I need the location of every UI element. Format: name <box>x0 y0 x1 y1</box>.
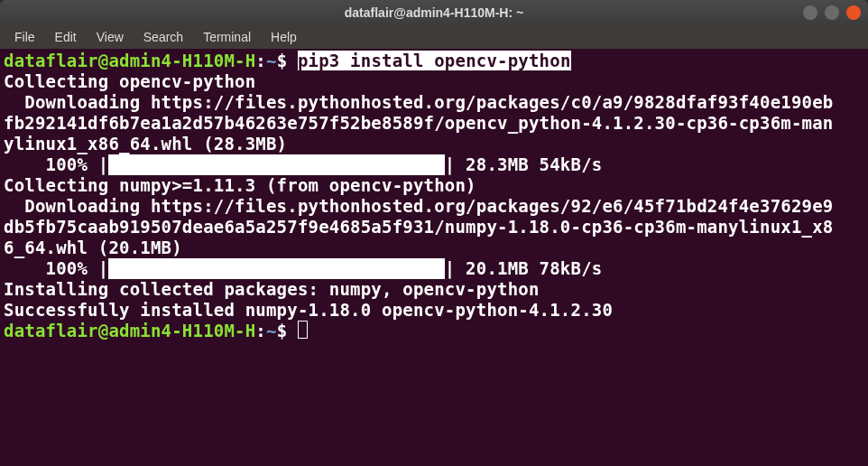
progress-suffix: | 28.3MB 54kB/s <box>445 154 613 174</box>
progress-bar <box>108 258 444 279</box>
output-line: Downloading https://files.pythonhosted.o… <box>4 92 833 112</box>
window-title: dataflair@admin4-H110M-H: ~ <box>345 5 523 20</box>
output-line: ylinux1_x86_64.whl (28.3MB) <box>4 134 287 154</box>
terminal-content[interactable]: dataflair@admin4-H110M-H:~$ pip3 install… <box>0 49 868 466</box>
menu-file[interactable]: File <box>5 28 44 46</box>
menu-edit[interactable]: Edit <box>46 28 86 46</box>
maximize-button[interactable] <box>825 5 839 20</box>
prompt-user-host: dataflair@admin4-H110M-H <box>4 321 255 340</box>
menubar: File Edit View Search Terminal Help <box>0 25 868 49</box>
prompt-colon: : <box>255 51 266 70</box>
prompt-colon: : <box>255 321 266 340</box>
cursor-icon <box>298 321 308 339</box>
prompt-path: ~ <box>266 321 277 340</box>
output-line: db5fb75caab919507deae6a5a257f9e4685a5f93… <box>4 217 833 237</box>
output-line: Successfully installed numpy-1.18.0 open… <box>4 300 613 320</box>
menu-view[interactable]: View <box>88 28 133 46</box>
command-highlighted: pip3 install opencv-python <box>298 51 571 70</box>
space <box>287 321 298 340</box>
space <box>287 51 298 70</box>
output-line: Installing collected packages: numpy, op… <box>4 279 540 299</box>
output-line: 6_64.whl (20.1MB) <box>4 238 182 257</box>
progress-prefix: 100% | <box>4 154 108 174</box>
progress-prefix: 100% | <box>4 258 108 278</box>
terminal-window: dataflair@admin4-H110M-H: ~ File Edit Vi… <box>0 0 868 466</box>
prompt-dollar: $ <box>277 51 288 70</box>
close-button[interactable] <box>846 5 861 20</box>
output-line: Downloading https://files.pythonhosted.o… <box>4 196 833 216</box>
output-line: fb292141df6b7ea1a2d57b46263e757f52be8589… <box>4 113 833 133</box>
minimize-button[interactable] <box>803 5 817 20</box>
menu-terminal[interactable]: Terminal <box>194 28 260 46</box>
menu-help[interactable]: Help <box>262 28 306 46</box>
window-controls <box>803 5 861 20</box>
prompt-path: ~ <box>266 51 277 70</box>
progress-bar <box>108 154 444 175</box>
prompt-dollar: $ <box>277 321 288 340</box>
output-line: Collecting opencv-python <box>4 71 255 91</box>
menu-search[interactable]: Search <box>134 28 192 46</box>
prompt-user-host: dataflair@admin4-H110M-H <box>4 51 255 70</box>
output-line: Collecting numpy>=1.11.3 (from opencv-py… <box>4 175 476 195</box>
progress-suffix: | 20.1MB 78kB/s <box>445 258 613 278</box>
titlebar: dataflair@admin4-H110M-H: ~ <box>0 0 868 25</box>
